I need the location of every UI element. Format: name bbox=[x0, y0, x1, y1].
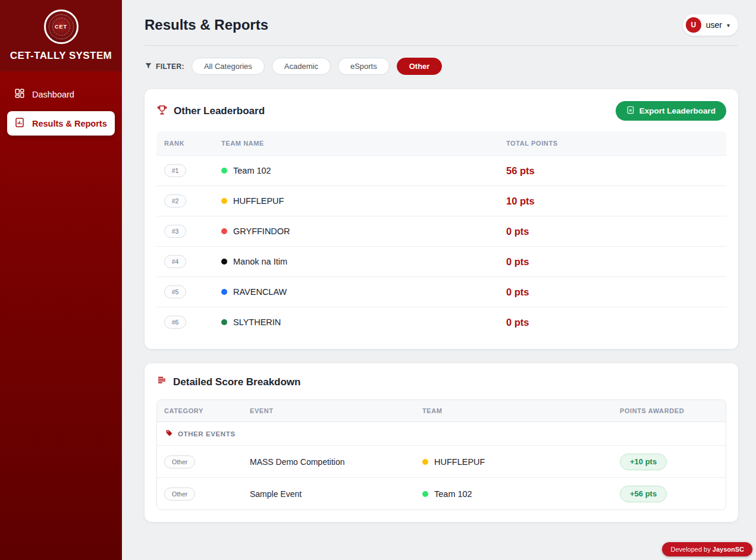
table-row: #2 HUFFLEPUF 10 pts bbox=[156, 185, 726, 216]
team-name: Manok na Itim bbox=[233, 257, 287, 266]
team-color-dot bbox=[221, 319, 227, 325]
sidebar-item-label: Dashboard bbox=[32, 90, 74, 99]
rank-badge: #4 bbox=[164, 255, 186, 268]
leaderboard-table-header: RANK TEAM NAME TOTAL POINTS bbox=[156, 131, 726, 155]
app-title: CET-TALLY SYSTEM bbox=[0, 50, 122, 62]
filter-pill-academic[interactable]: Academic bbox=[272, 58, 331, 75]
list-lines-icon bbox=[156, 375, 167, 389]
leaderboard-table: RANK TEAM NAME TOTAL POINTS #1 Team 102 … bbox=[156, 131, 726, 337]
total-points: 10 pts bbox=[506, 196, 726, 207]
user-name: user bbox=[706, 20, 722, 30]
column-header-rank: RANK bbox=[164, 140, 221, 147]
team-color-dot bbox=[221, 228, 227, 234]
total-points: 0 pts bbox=[506, 226, 726, 237]
category-badge: Other bbox=[164, 455, 195, 468]
tag-icon bbox=[165, 429, 173, 439]
team-color-dot bbox=[221, 168, 227, 174]
table-row: #6 SLYTHERIN 0 pts bbox=[156, 307, 726, 337]
breakdown-table: CATEGORY EVENT TEAM POINTS AWARDED OTHER… bbox=[156, 399, 726, 510]
table-row: #3 GRYFFINDOR 0 pts bbox=[156, 216, 726, 246]
event-name: MASS Demo Competition bbox=[250, 457, 422, 467]
leaderboard-card-header: Other Leaderboard Export Leaderboard bbox=[156, 101, 726, 121]
filter-pill-other[interactable]: Other bbox=[397, 58, 443, 75]
table-row: #4 Manok na Itim 0 pts bbox=[156, 246, 726, 276]
sidebar-header: CET CET-TALLY SYSTEM bbox=[0, 0, 122, 71]
total-points: 56 pts bbox=[506, 165, 726, 177]
rank-badge: #2 bbox=[164, 194, 186, 207]
header-divider bbox=[145, 45, 738, 46]
filter-pill-esports[interactable]: eSports bbox=[338, 58, 390, 75]
breakdown-table-header: CATEGORY EVENT TEAM POINTS AWARDED bbox=[157, 400, 726, 421]
developer-badge[interactable]: Developed by JaysonSC bbox=[662, 542, 752, 556]
table-row: Other Sample Event Team 102 +56 pts bbox=[157, 477, 726, 509]
column-header-total-points: TOTAL POINTS bbox=[506, 140, 726, 147]
points-awarded-badge: +10 pts bbox=[620, 454, 667, 470]
funnel-icon bbox=[145, 62, 152, 71]
breakdown-card-header: Detailed Score Breakdown bbox=[156, 375, 726, 389]
team-name: RAVENCLAW bbox=[233, 287, 287, 297]
points-awarded-badge: +56 pts bbox=[620, 486, 667, 502]
breakdown-group-row: OTHER EVENTS bbox=[157, 421, 726, 445]
spreadsheet-file-icon bbox=[626, 106, 635, 116]
rank-badge: #6 bbox=[164, 316, 186, 329]
column-header-category: CATEGORY bbox=[164, 407, 250, 414]
team-name: SLYTHERIN bbox=[233, 317, 281, 327]
table-row: #5 RAVENCLAW 0 pts bbox=[156, 276, 726, 307]
page-title: Results & Reports bbox=[145, 17, 268, 33]
sidebar-item-dashboard[interactable]: Dashboard bbox=[7, 82, 115, 106]
export-leaderboard-button[interactable]: Export Leaderboard bbox=[616, 101, 726, 121]
report-chart-icon bbox=[14, 117, 25, 130]
breakdown-card: Detailed Score Breakdown CATEGORY EVENT … bbox=[145, 363, 738, 522]
team-color-dot bbox=[422, 491, 428, 497]
team-name: HUFFLEPUF bbox=[434, 457, 485, 467]
main-content: Results & Reports U user ▾ FILTER: All C… bbox=[122, 0, 756, 560]
trophy-icon bbox=[156, 104, 168, 118]
category-badge: Other bbox=[164, 487, 195, 501]
column-header-team: TEAM bbox=[422, 407, 620, 414]
user-menu-button[interactable]: U user ▾ bbox=[683, 14, 738, 36]
total-points: 0 pts bbox=[506, 287, 726, 298]
sidebar-item-label: Results & Reports bbox=[32, 119, 107, 128]
table-row: #1 Team 102 56 pts bbox=[156, 155, 726, 185]
leaderboard-card: Other Leaderboard Export Leaderboard RAN… bbox=[145, 89, 738, 349]
column-header-event: EVENT bbox=[250, 407, 422, 414]
leaderboard-title: Other Leaderboard bbox=[156, 104, 265, 118]
column-header-team-name: TEAM NAME bbox=[221, 140, 506, 147]
rank-badge: #1 bbox=[164, 164, 186, 177]
team-color-dot bbox=[221, 289, 227, 295]
rank-badge: #3 bbox=[164, 225, 186, 238]
total-points: 0 pts bbox=[506, 317, 726, 328]
chevron-down-icon: ▾ bbox=[727, 22, 730, 29]
filter-bar: FILTER: All Categories Academic eSports … bbox=[145, 58, 738, 75]
app-logo: CET bbox=[44, 10, 79, 44]
breakdown-title: Detailed Score Breakdown bbox=[156, 375, 300, 389]
team-color-dot bbox=[422, 459, 428, 465]
app-logo-text: CET bbox=[55, 24, 67, 30]
page-header: Results & Reports U user ▾ bbox=[145, 14, 738, 36]
breakdown-body: Other MASS Demo Competition HUFFLEPUF +1… bbox=[157, 445, 726, 509]
rank-badge: #5 bbox=[164, 285, 186, 298]
developer-badge-prefix: Developed by bbox=[670, 546, 712, 553]
team-color-dot bbox=[221, 198, 227, 204]
total-points: 0 pts bbox=[506, 256, 726, 268]
user-avatar: U bbox=[686, 17, 701, 33]
sidebar-nav: Dashboard Results & Reports bbox=[0, 71, 122, 146]
column-header-points-awarded: POINTS AWARDED bbox=[620, 407, 726, 414]
team-name: HUFFLEPUF bbox=[233, 196, 284, 206]
dashboard-grid-icon bbox=[14, 88, 25, 100]
team-name: GRYFFINDOR bbox=[233, 226, 290, 236]
event-name: Sample Event bbox=[250, 489, 422, 499]
filter-pill-all-categories[interactable]: All Categories bbox=[192, 58, 265, 75]
table-row: Other MASS Demo Competition HUFFLEPUF +1… bbox=[157, 445, 726, 477]
developer-badge-name: JaysonSC bbox=[713, 546, 744, 553]
sidebar: CET CET-TALLY SYSTEM Dashboard Results &… bbox=[0, 0, 122, 560]
filter-label: FILTER: bbox=[145, 62, 184, 71]
breakdown-group-label: OTHER EVENTS bbox=[178, 430, 236, 438]
leaderboard-body: #1 Team 102 56 pts #2 HUFFLEPUF 10 pts #… bbox=[156, 155, 726, 337]
team-name: Team 102 bbox=[434, 489, 472, 499]
sidebar-item-results-reports[interactable]: Results & Reports bbox=[7, 111, 115, 136]
team-name: Team 102 bbox=[233, 166, 271, 175]
team-color-dot bbox=[221, 259, 227, 265]
